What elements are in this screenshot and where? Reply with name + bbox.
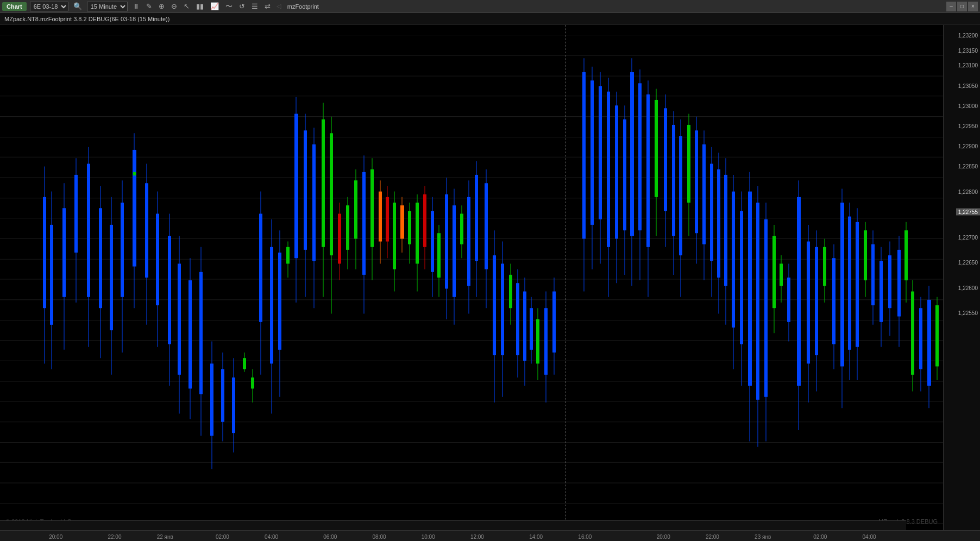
svg-rect-173 — [695, 130, 698, 233]
time-06-00: 06:00 — [323, 534, 337, 540]
restore-button[interactable]: □ — [957, 2, 967, 11]
minimize-button[interactable]: – — [946, 2, 956, 11]
svg-rect-177 — [710, 163, 713, 261]
price-label-3: 1,23100 — [958, 62, 978, 68]
svg-rect-201 — [807, 242, 810, 364]
pencil-icon[interactable]: ✎ — [145, 0, 154, 13]
price-label-13: 1,22550 — [958, 310, 978, 316]
time-10-00: 10:00 — [422, 534, 435, 540]
svg-rect-49 — [156, 213, 159, 305]
svg-rect-47 — [145, 183, 148, 278]
svg-rect-75 — [286, 247, 290, 264]
svg-rect-121 — [467, 197, 470, 286]
svg-rect-131 — [509, 275, 512, 308]
price-label-2: 1,23150 — [958, 47, 978, 53]
chart-container: © 2018 NinjaTrader, LLC MZpack 3.8.3 DEB… — [0, 25, 980, 530]
separator: ◁ — [277, 3, 281, 10]
close-button[interactable]: × — [968, 2, 978, 11]
svg-rect-107 — [416, 203, 419, 263]
svg-rect-133 — [516, 283, 519, 355]
time-22-00b: 22:00 — [706, 534, 719, 540]
price-label-7: 1,22900 — [958, 143, 978, 149]
svg-rect-149 — [599, 86, 602, 219]
svg-rect-81 — [312, 144, 316, 261]
svg-rect-111 — [431, 211, 434, 272]
indicator-label: mzFootprint — [287, 3, 319, 10]
time-22-00: 22:00 — [108, 534, 121, 540]
svg-rect-197 — [787, 278, 790, 322]
price-label-8: 1,22850 — [958, 163, 978, 169]
svg-rect-117 — [453, 205, 456, 297]
svg-rect-51 — [168, 236, 171, 344]
svg-rect-185 — [740, 211, 743, 344]
svg-rect-71 — [270, 247, 273, 364]
svg-rect-151 — [607, 92, 610, 247]
svg-rect-103 — [400, 205, 404, 238]
price-label-11: 1,22650 — [958, 260, 978, 266]
svg-rect-167 — [672, 125, 675, 236]
svg-rect-191 — [764, 219, 768, 397]
price-label-9: 1,22800 — [958, 188, 978, 194]
svg-rect-87 — [338, 213, 341, 263]
svg-rect-215 — [864, 230, 867, 280]
svg-rect-139 — [536, 319, 539, 364]
svg-rect-69 — [259, 213, 262, 322]
arrows-icon[interactable]: ⇄ — [263, 0, 272, 13]
svg-rect-119 — [460, 213, 463, 244]
zoom-in-icon[interactable]: ⊕ — [157, 0, 166, 13]
list-icon[interactable]: ☰ — [250, 0, 260, 13]
svg-rect-195 — [780, 263, 783, 286]
chart-info-text: MZpack.NT8.mzFootprint 3.8.2 DEBUG(6E 03… — [4, 16, 169, 22]
wave-icon[interactable]: 〜 — [224, 0, 234, 13]
svg-rect-189 — [756, 203, 759, 400]
instrument-select[interactable]: 6E 03-18 — [30, 2, 68, 11]
svg-rect-91 — [354, 180, 357, 238]
svg-rect-159 — [638, 83, 642, 230]
cursor-icon[interactable]: ↖ — [182, 0, 191, 13]
chart-svg — [0, 25, 943, 530]
chart-info-bar: MZpack.NT8.mzFootprint 3.8.2 DEBUG(6E 03… — [0, 13, 980, 25]
refresh-icon[interactable]: ↺ — [237, 0, 247, 13]
svg-rect-211 — [848, 217, 851, 350]
svg-rect-223 — [897, 250, 901, 317]
svg-rect-32 — [62, 208, 66, 297]
time-14-00: 14:00 — [529, 534, 543, 540]
svg-rect-36 — [87, 163, 90, 297]
price-label-10: 1,22700 — [958, 234, 978, 240]
svg-rect-38 — [99, 208, 102, 308]
svg-rect-97 — [379, 192, 382, 242]
svg-rect-0 — [0, 25, 943, 530]
svg-rect-127 — [493, 255, 496, 355]
timeframe-select[interactable]: 15 Minute — [87, 2, 128, 11]
svg-rect-59 — [210, 363, 213, 436]
svg-rect-28 — [43, 197, 46, 308]
svg-rect-207 — [832, 258, 835, 344]
bar-chart-icon[interactable]: ▮▮ — [194, 0, 205, 13]
chart-area[interactable]: © 2018 NinjaTrader, LLC MZpack 3.8.3 DEB… — [0, 25, 943, 530]
svg-rect-40 — [110, 225, 113, 330]
svg-rect-229 — [919, 308, 922, 369]
svg-rect-153 — [615, 105, 618, 238]
chart-title: Chart — [2, 2, 27, 11]
svg-rect-179 — [717, 169, 720, 278]
svg-rect-193 — [772, 236, 776, 308]
pause-icon[interactable]: ⏸ — [131, 0, 141, 13]
search-icon[interactable]: 🔍 — [72, 0, 84, 13]
svg-rect-227 — [911, 292, 914, 375]
svg-rect-145 — [582, 72, 586, 239]
svg-rect-187 — [748, 192, 752, 386]
time-23jan: 23 янв — [755, 534, 771, 540]
svg-rect-63 — [232, 378, 235, 433]
svg-rect-123 — [475, 175, 478, 261]
zoom-out-icon[interactable]: ⊖ — [169, 0, 179, 13]
svg-rect-95 — [370, 169, 374, 247]
svg-rect-135 — [523, 292, 526, 361]
svg-rect-34 — [74, 175, 78, 253]
svg-rect-73 — [278, 253, 281, 350]
svg-rect-30 — [50, 225, 53, 325]
svg-rect-183 — [732, 192, 735, 328]
svg-rect-225 — [904, 230, 908, 280]
time-04-00: 04:00 — [265, 534, 278, 540]
svg-rect-101 — [393, 203, 396, 269]
line-chart-icon[interactable]: 📈 — [209, 0, 221, 13]
